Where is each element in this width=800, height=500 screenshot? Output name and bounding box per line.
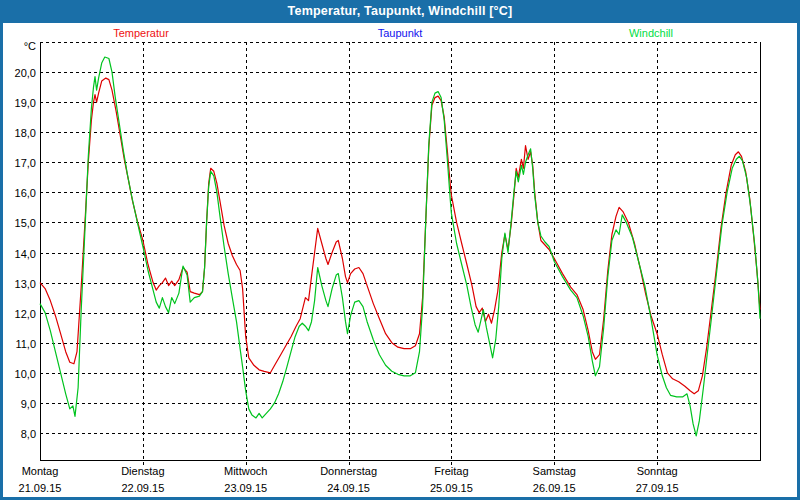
y-tick-label: 18,0 xyxy=(15,127,36,139)
y-tick-label: 11,0 xyxy=(15,338,36,350)
x-date-label: 26.09.15 xyxy=(533,482,576,494)
series-line-temperatur xyxy=(40,78,760,394)
y-tick-label: 16,0 xyxy=(15,187,36,199)
y-tick-label: 12,0 xyxy=(15,308,36,320)
x-date-label: 23.09.15 xyxy=(224,482,267,494)
series-line-windchill xyxy=(40,57,760,436)
y-tick-label: 15,0 xyxy=(15,217,36,229)
x-day-label: Montag xyxy=(22,465,59,477)
y-axis-unit-label: °C xyxy=(24,40,36,52)
x-date-label: 22.09.15 xyxy=(121,482,164,494)
app-window: Temperatur, Taupunkt, Windchill [°C] Tem… xyxy=(0,0,800,500)
x-date-label: 24.09.15 xyxy=(327,482,370,494)
chart-canvas: 8,09,010,011,012,013,014,015,016,017,018… xyxy=(0,0,800,500)
x-day-label: Samstag xyxy=(533,465,576,477)
x-day-label: Freitag xyxy=(434,465,468,477)
x-date-label: 27.09.15 xyxy=(636,482,679,494)
x-day-label: Dienstag xyxy=(121,465,164,477)
y-tick-label: 8,0 xyxy=(21,428,36,440)
y-tick-label: 17,0 xyxy=(15,157,36,169)
y-tick-label: 13,0 xyxy=(15,278,36,290)
x-date-label: 25.09.15 xyxy=(430,482,473,494)
x-day-label: Donnerstag xyxy=(320,465,377,477)
y-tick-label: 9,0 xyxy=(21,398,36,410)
x-date-label: 21.09.15 xyxy=(19,482,62,494)
x-day-label: Sonntag xyxy=(637,465,678,477)
y-tick-label: 10,0 xyxy=(15,368,36,380)
y-tick-label: 19,0 xyxy=(15,97,36,109)
y-tick-label: 14,0 xyxy=(15,248,36,260)
y-tick-label: 20,0 xyxy=(15,67,36,79)
x-day-label: Mittwoch xyxy=(224,465,267,477)
